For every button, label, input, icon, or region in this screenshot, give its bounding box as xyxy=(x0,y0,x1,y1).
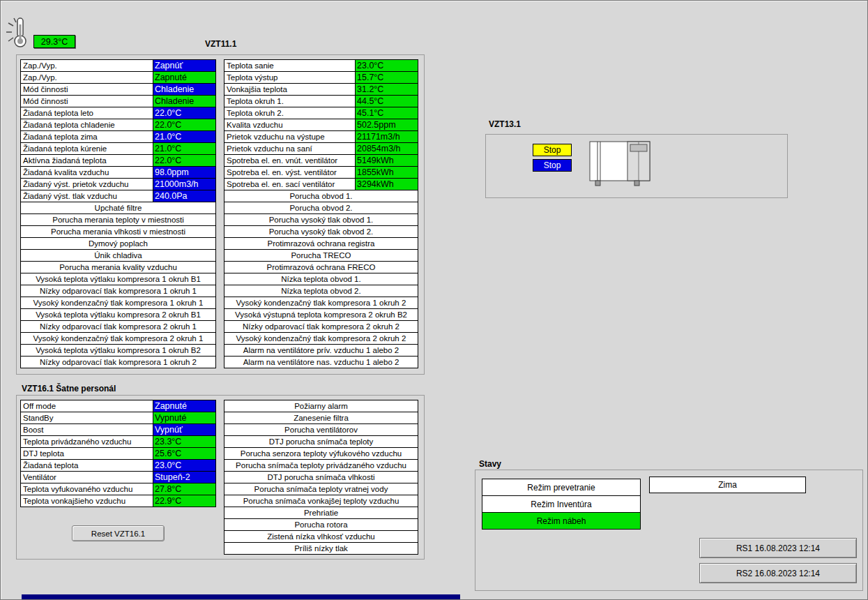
param-value[interactable]: 21000m3/h xyxy=(153,178,216,190)
param-value: 21.0°C xyxy=(153,142,216,155)
alarm-indicator: Nízky odparovací tlak kompresora 1 okruh… xyxy=(20,356,216,368)
param-label: Mód činnosti xyxy=(20,83,153,96)
alarm-row: Nízka teplota obvod 2. xyxy=(224,285,418,297)
param-value: 25.6°C xyxy=(153,447,216,460)
param-value: 31.2°C xyxy=(355,83,418,96)
param-row: Spotreba el. en. sací ventilátor 3294kWh xyxy=(224,178,418,190)
param-label: Žiadaná teplota zima xyxy=(20,130,153,143)
alarm-row: Nízky odparovací tlak kompresora 1 okruh… xyxy=(20,285,216,297)
alarm-indicator: Upchaté filtre xyxy=(20,202,216,214)
mode-indicator[interactable]: Režim nábeh xyxy=(482,512,641,530)
alarm-row: Vysoký kondenzačný tlak kompresora 2 okr… xyxy=(20,332,216,345)
param-row: Žiadaný výst. prietok vzduchu 21000m3/h xyxy=(20,178,216,190)
param-value: Zapnuté xyxy=(153,71,216,84)
alarm-row: Porucha vysoký tlak obvod 1. xyxy=(224,213,418,226)
param-value[interactable]: 22.0°C xyxy=(153,107,216,119)
param-row: Teplota výstup 15.7°C xyxy=(224,71,418,84)
alarm-row: Porucha merania vlhkosti v miestnosti xyxy=(20,225,216,238)
param-label: Off mode xyxy=(20,400,153,412)
param-row: StandBy Vypnuté xyxy=(20,412,216,424)
alarm-row: Protimrazová ochrana registra xyxy=(224,237,418,250)
vzt13-stop-button-blue[interactable]: Stop xyxy=(533,159,572,172)
alarm-row: Porucha merania teploty v miestnosti xyxy=(20,213,216,226)
alarm-indicator: Zanesenie filtra xyxy=(224,412,418,424)
alarm-indicator: Porucha merania kvality vzduchu xyxy=(20,261,216,273)
param-label: Spotreba el. en. výst. ventilátor xyxy=(224,166,356,179)
vzt16-parameter-table: Off mode Zapnuté StandBy Vypnuté Boost V… xyxy=(20,400,216,507)
alarm-row: Porucha rotora xyxy=(224,518,418,531)
alarm-row: Porucha obvod 1. xyxy=(224,190,418,202)
alarm-indicator: Porucha obvod 1. xyxy=(224,190,418,202)
param-value: Vypnuté xyxy=(153,412,216,424)
vzt11-section-title: VZT11.1 xyxy=(205,39,236,49)
alarm-row: Porucha snímača vonkajšej teploty vzduch… xyxy=(224,495,418,507)
param-value: Chladenie xyxy=(153,95,216,107)
alarm-indicator: Zistená nízka vlhkosť vzduchu xyxy=(224,530,418,543)
param-value: 27.8°C xyxy=(153,483,216,495)
alarm-row: Vysoký kondenzačný tlak kompresora 1 okr… xyxy=(224,297,418,309)
param-row: Kvalita vzduchu 502.5ppm xyxy=(224,119,418,131)
alarm-indicator: Porucha rotora xyxy=(224,518,418,531)
param-value[interactable]: 21.0°C xyxy=(153,130,216,143)
param-label: Spotreba el. en. sací ventilátor xyxy=(224,178,356,190)
vzt16-section-title: VZT16.1 Šatne personál xyxy=(22,384,116,393)
alarm-indicator: DTJ porucha snímača teploty xyxy=(224,435,418,448)
param-value: 21171m3/h xyxy=(355,130,418,143)
param-value: 3294kWh xyxy=(355,178,418,190)
param-value[interactable]: Chladenie xyxy=(153,83,216,96)
vzt13-stop-button-yellow[interactable]: Stop xyxy=(533,144,572,156)
param-value[interactable]: Vypnúť xyxy=(153,423,216,436)
alarm-row: Vysoká výstupná teplota kompresora 2 okr… xyxy=(224,308,418,321)
alarm-row: Prehriatie xyxy=(224,507,418,519)
alarm-row: Porucha snímača teploty privádzaného vzd… xyxy=(224,459,418,472)
param-label: Mód činnosti xyxy=(20,95,153,107)
reset-vzt16-button[interactable]: Reset VZT16.1 xyxy=(72,525,165,541)
param-value[interactable]: Zapnúť xyxy=(153,59,216,72)
param-value: 45.1°C xyxy=(355,107,418,119)
alarm-row: Nízky odparovací tlak kompresora 2 okruh… xyxy=(20,320,216,333)
param-row: Žiadaná kvalita vzduchu 98.0ppm xyxy=(20,166,216,179)
alarm-indicator: Alarm na ventilátore nas. vzduchu 1 aleb… xyxy=(224,356,418,368)
alarm-indicator: Porucha senzora teploty výfukového vzduc… xyxy=(224,447,418,460)
alarm-row: DTJ porucha snímača teploty xyxy=(224,435,418,448)
param-value: 22.0°C xyxy=(153,154,216,167)
alarm-row: Alarm na ventilátore nas. vzduchu 1 aleb… xyxy=(224,356,418,368)
param-row: Ventilátor Stupeň-2 xyxy=(20,471,216,483)
param-value[interactable]: Zapnuté xyxy=(153,400,216,412)
alarm-indicator: Porucha merania vlhkosti v miestnosti xyxy=(20,225,216,238)
param-value[interactable]: Stupeň-2 xyxy=(153,471,216,483)
alarm-row: Dymový poplach xyxy=(20,237,216,250)
bottom-navy-bar xyxy=(22,594,460,600)
stavy-section-title: Stavy xyxy=(479,459,501,469)
param-label: Teplota okruh 2. xyxy=(224,107,356,119)
alarm-indicator: Vysoký kondenzačný tlak kompresora 2 okr… xyxy=(20,332,216,345)
stavy-mode-list: Režim prevetranie Režim Inventúra Režim … xyxy=(482,479,641,530)
param-value[interactable]: 98.0ppm xyxy=(153,166,216,179)
rs2-timestamp-button[interactable]: RS2 16.08.2023 12:14 xyxy=(699,563,857,583)
param-row: Vonkajšia teplota 31.2°C xyxy=(224,83,418,96)
vzt11-right-parameter-table: Teplota sanie 23.0°C Teplota výstup 15.7… xyxy=(224,60,418,190)
param-label: Teplota vyfukovaného vzduchu xyxy=(20,483,153,495)
alarm-row: Nízky odparovací tlak kompresora 1 okruh… xyxy=(20,356,216,368)
mode-indicator[interactable]: Režim prevetranie xyxy=(482,479,641,496)
param-row: Žiadaný výst. tlak vzduchu 240.0Pa xyxy=(20,190,216,202)
mode-indicator[interactable]: Režim Inventúra xyxy=(482,495,641,513)
param-label: Teplota sanie xyxy=(224,59,356,72)
alarm-indicator: Vysoká teplota výtlaku kompresora 2 okru… xyxy=(20,308,216,321)
alarm-indicator: Príliš nízky tlak xyxy=(224,542,418,555)
alarm-row: Porucha vysoký tlak obvod 2. xyxy=(224,225,418,238)
param-value[interactable]: 23.0°C xyxy=(153,459,216,472)
param-value: 22.9°C xyxy=(153,495,216,507)
param-row: Teplota sanie 23.0°C xyxy=(224,59,418,72)
alarm-row: Alarm na ventilátore prív. vzduchu 1 ale… xyxy=(224,344,418,357)
alarm-indicator: Porucha merania teploty v miestnosti xyxy=(20,213,216,226)
param-value[interactable]: 240.0Pa xyxy=(153,190,216,202)
param-row: Teplota privádzaného vzduchu 23.3°C xyxy=(20,435,216,448)
param-value: 23.3°C xyxy=(153,435,216,448)
alarm-indicator: Nízka teplota obvod 1. xyxy=(224,273,418,285)
rs1-timestamp-button[interactable]: RS1 16.08.2023 12:14 xyxy=(699,538,857,558)
alarm-row: Upchaté filtre xyxy=(20,202,216,214)
param-row: Žiadaná teplota chladenie 22.0°C xyxy=(20,119,216,131)
param-row: Prietok vzduchu na výstupe 21171m3/h xyxy=(224,130,418,143)
param-label: Boost xyxy=(20,423,153,436)
